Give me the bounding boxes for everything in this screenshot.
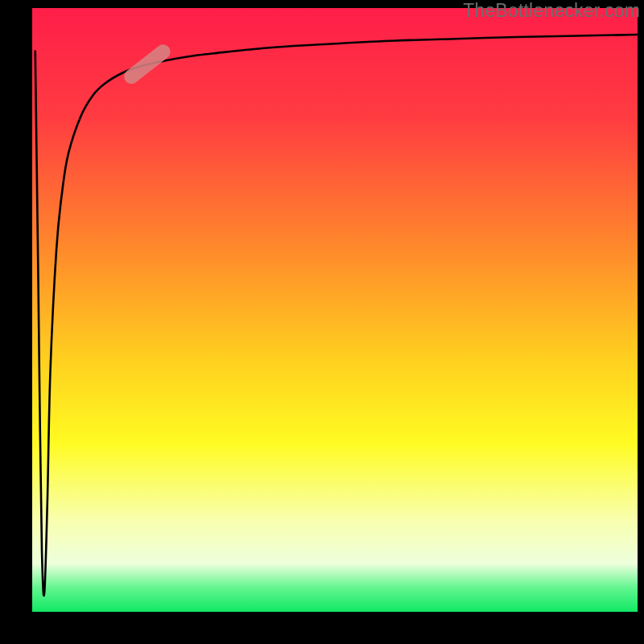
chart-curve-layer (0, 0, 644, 644)
watermark-label: TheBottlenecker.com (463, 0, 640, 22)
bottleneck-curve (35, 35, 638, 596)
chart-stage: TheBottlenecker.com (0, 0, 644, 644)
curve-highlight-marker (122, 42, 174, 87)
